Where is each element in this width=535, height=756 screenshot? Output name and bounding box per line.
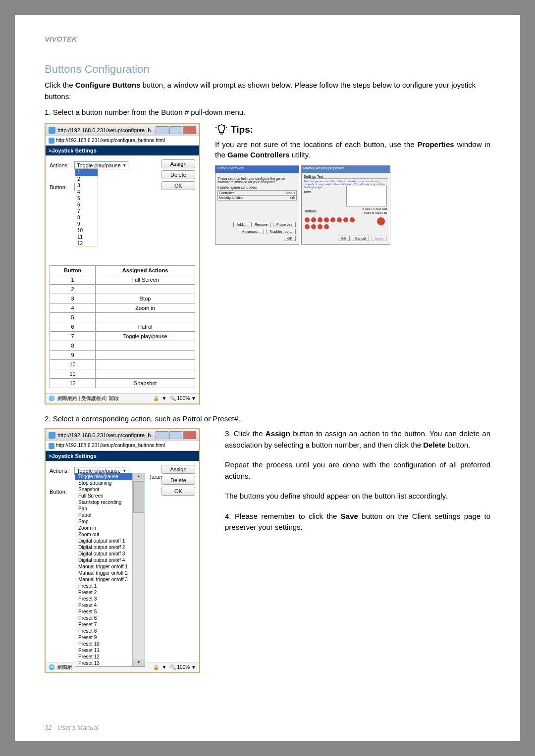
pov-knob (377, 217, 385, 225)
address-bar[interactable]: http://192.168.6.231/setup/configure_but… (46, 136, 199, 146)
gc-troubleshoot-button[interactable]: Troubleshoot... (266, 229, 296, 234)
page-icon (49, 443, 54, 449)
internet-icon: 🌐 (49, 396, 54, 401)
status-bar: 🌐 網際網路 | 受保護模式: 開啟 🔒 ▼ 🔍 100% ▼ (46, 393, 199, 403)
columns-2: http://192.168.6.231/setup/configure_b..… (45, 428, 490, 673)
gc-ok-button[interactable]: OK (284, 236, 296, 241)
table-row: 10 (50, 359, 195, 369)
section-title: Buttons Configuration (45, 63, 490, 76)
table-row: 6 (25, 586, 50, 595)
step-3-p2: Repeat the process until you are done wi… (225, 459, 490, 482)
ok-button[interactable]: OK (161, 181, 195, 190)
lightbulb-icon (215, 123, 228, 136)
minimize-button[interactable] (156, 126, 168, 134)
table-row: 1 (25, 539, 50, 548)
table-row: 8 (25, 605, 50, 614)
button-label: Button: (50, 184, 74, 190)
gc-properties-button[interactable]: Properties (273, 222, 296, 227)
joystick-window-1: http://192.168.6.231/setup/configure_b..… (45, 123, 200, 404)
table-row: 5 (50, 312, 195, 322)
minimize-button[interactable] (156, 431, 168, 439)
panel-title: >Joystick Settings (46, 146, 199, 155)
actions-dropdown-open[interactable]: Toggle play/pause Stop streaming Snapsho… (75, 473, 145, 667)
actions-label: Actions: (50, 468, 74, 474)
joystick-window-2: http://192.168.6.231/setup/configure_b..… (45, 428, 200, 673)
close-button[interactable] (183, 431, 196, 439)
button-label: Button: (50, 489, 74, 495)
internet-icon: 🌐 (49, 664, 54, 670)
table-row: 2 (50, 284, 195, 294)
address-bar[interactable]: http://192.168.6.231/setup/configure_but… (46, 441, 199, 451)
ie-icon (49, 127, 55, 134)
title-url: http://192.168.6.231/setup/configure_b..… (57, 127, 154, 133)
tips-text: If you are not sure of the locations of … (215, 139, 490, 161)
game-controllers-window: Game Controllers These settings help you… (215, 165, 299, 245)
zoom-control[interactable]: 🔍 100% ▼ (170, 664, 196, 670)
table-row: 4 (25, 567, 50, 576)
page-footer: 32 - User's Manual (45, 724, 99, 731)
table-row: 9 (25, 614, 50, 623)
table-row: 11 (25, 633, 50, 642)
page-icon (49, 138, 54, 144)
assigned-actions-table: Button 1 2 3 4 5 6 7 8 9 10 11 12 (25, 529, 50, 652)
gc-advanced-button[interactable]: Advanced... (239, 229, 264, 234)
delete-button[interactable]: Delete (161, 476, 195, 485)
step-2: 2. Select a corresponding action, such a… (45, 413, 490, 425)
assign-button[interactable]: Assign (161, 159, 195, 168)
gc-remove-button[interactable]: Remove (251, 222, 271, 227)
maximize-button[interactable] (169, 126, 182, 134)
ok-button[interactable]: OK (161, 487, 195, 496)
maximize-button[interactable] (169, 431, 182, 439)
delete-button[interactable]: Delete (161, 170, 195, 179)
columns-1: http://192.168.6.231/setup/configure_b..… (45, 123, 490, 404)
window-titlebar: http://192.168.6.231/setup/configure_b..… (46, 429, 199, 441)
security-icon: 🔒 (153, 396, 159, 401)
gc-add-button[interactable]: Add... (233, 222, 249, 227)
table-row: 4Zoom in (50, 303, 195, 312)
table-row: 10 (25, 623, 50, 633)
panel-body: Actions: Toggle play/pause▼ )aram Button… (46, 461, 199, 662)
table-row: 6Patrol (50, 322, 195, 331)
table-row: 11 (50, 369, 195, 378)
table-row: 3 (25, 557, 50, 567)
step-3: 3. Click the Assign button to assign an … (225, 428, 490, 451)
close-button[interactable] (183, 126, 196, 134)
brand: VIVOTEK (45, 35, 490, 43)
panel-title: >Joystick Settings (46, 451, 199, 461)
zoom-control[interactable]: 🔍 100% ▼ (170, 396, 196, 401)
props-cancel-button[interactable]: Cancel (352, 236, 370, 241)
table-row: 12 (25, 642, 50, 652)
intro-paragraph: Click the Configure Buttons button, a wi… (45, 80, 490, 102)
assign-button[interactable]: Assign (161, 465, 195, 474)
chevron-down-icon: ▼ (122, 163, 127, 168)
ie-icon (49, 432, 55, 439)
table-row: 3Stop (50, 294, 195, 303)
scrollbar[interactable]: ▴▾ (132, 473, 145, 666)
step-4: 4. Please remember to click the Save but… (225, 511, 490, 533)
window-controls (156, 126, 196, 134)
controller-properties-window: Macally AirStick properties Settings Tes… (301, 165, 390, 245)
table-row: 9 (50, 350, 195, 359)
props-ok-button[interactable]: OK (338, 236, 350, 241)
page: VIVOTEK Buttons Configuration Click the … (15, 15, 520, 741)
table-row: 7 (25, 595, 50, 605)
table-row: 7Toggle play/pause (50, 331, 195, 341)
step-1: 1. Select a button number from the Butto… (45, 107, 490, 118)
step-3-p3: The buttons you define should appear on … (225, 491, 490, 502)
axis-display (346, 186, 387, 206)
tips-heading: Tips: (215, 123, 490, 136)
panel-body: Actions: Toggle play/pause▼ Button: 1▼ 1… (46, 155, 199, 393)
assigned-actions-table: ButtonAssigned Actions 1Full Screen 2 3S… (50, 265, 195, 388)
actions-label: Actions: (50, 162, 74, 168)
tips-block: Tips: If you are not sure of the locatio… (215, 123, 490, 245)
table-row: 8 (50, 341, 195, 350)
right-steps: 3. Click the Assign button to assign an … (215, 428, 490, 542)
button-dropdown-open[interactable]: 1 2 3 4 5 6 7 8 9 10 11 12 (75, 168, 98, 247)
table-row: 2 (25, 548, 50, 557)
window-titlebar: http://192.168.6.231/setup/configure_b..… (46, 124, 199, 136)
security-icon: 🔒 (153, 664, 159, 670)
game-controllers-screenshot: Game Controllers These settings help you… (215, 165, 490, 245)
table-row: 1Full Screen (50, 275, 195, 284)
table-row: 12Snapshot (50, 378, 195, 388)
table-row: 5 (25, 576, 50, 586)
